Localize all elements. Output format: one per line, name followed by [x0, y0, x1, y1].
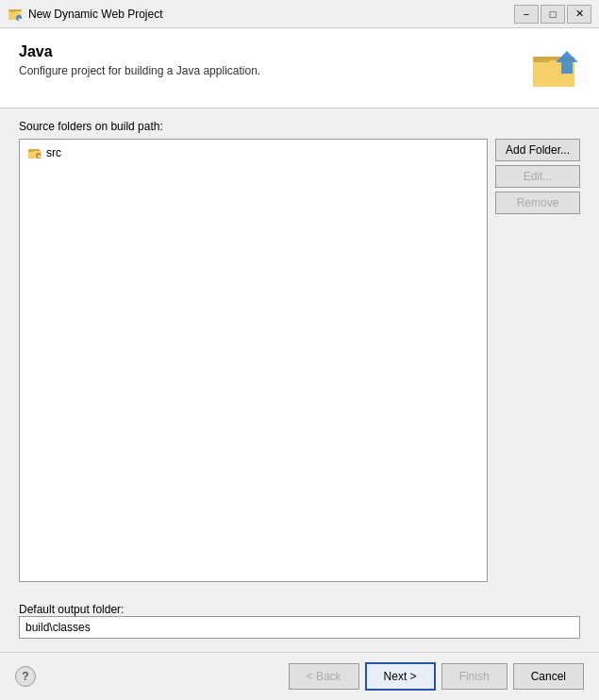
header-java-icon	[531, 43, 580, 92]
output-folder-label: Default output folder:	[19, 603, 124, 616]
footer: ? < Back Next > Finish Cancel	[0, 652, 599, 700]
help-button[interactable]: ?	[15, 666, 36, 687]
svg-rect-7	[533, 57, 550, 62]
footer-right: < Back Next > Finish Cancel	[289, 662, 584, 691]
source-folders-label: Source folders on build path:	[19, 120, 580, 133]
title-bar-left: J New Dynamic Web Project	[8, 7, 163, 22]
dialog-body: Java Configure project for building a Ja…	[0, 28, 599, 652]
list-item[interactable]: J src	[24, 143, 483, 162]
svg-text:J: J	[38, 147, 43, 160]
output-folder-input[interactable]	[19, 616, 580, 639]
minimize-button[interactable]: −	[514, 5, 539, 24]
side-buttons: Add Folder... Edit... Remove	[495, 139, 580, 582]
src-folder-icon: J	[27, 145, 42, 160]
remove-button[interactable]: Remove	[495, 192, 580, 214]
cancel-button[interactable]: Cancel	[513, 663, 584, 690]
footer-left: ?	[15, 666, 36, 687]
finish-button[interactable]: Finish	[441, 663, 507, 690]
content-section: Source folders on build path: J src	[0, 108, 599, 593]
output-section: Default output folder:	[0, 593, 599, 652]
svg-rect-2	[10, 9, 15, 12]
svg-text:J: J	[18, 9, 23, 22]
title-bar: J New Dynamic Web Project − □ ✕	[0, 0, 599, 28]
title-bar-controls: − □ ✕	[514, 5, 591, 24]
title-bar-icon: J	[8, 7, 23, 22]
add-folder-button[interactable]: Add Folder...	[495, 139, 580, 161]
page-subtitle: Configure project for building a Java ap…	[19, 64, 260, 77]
back-button[interactable]: < Back	[289, 663, 359, 690]
source-folders-area: J src Add Folder... Edit... Remove	[19, 139, 580, 582]
window-title: New Dynamic Web Project	[28, 8, 163, 21]
svg-rect-11	[28, 149, 34, 152]
header-section: Java Configure project for building a Ja…	[0, 28, 599, 108]
close-button[interactable]: ✕	[567, 5, 591, 24]
header-text: Java Configure project for building a Ja…	[19, 43, 260, 77]
folders-list[interactable]: J src	[19, 139, 488, 582]
next-button[interactable]: Next >	[365, 662, 436, 691]
maximize-button[interactable]: □	[541, 5, 565, 24]
page-title: Java	[19, 43, 260, 60]
src-folder-name: src	[46, 146, 61, 159]
edit-button[interactable]: Edit...	[495, 165, 580, 188]
